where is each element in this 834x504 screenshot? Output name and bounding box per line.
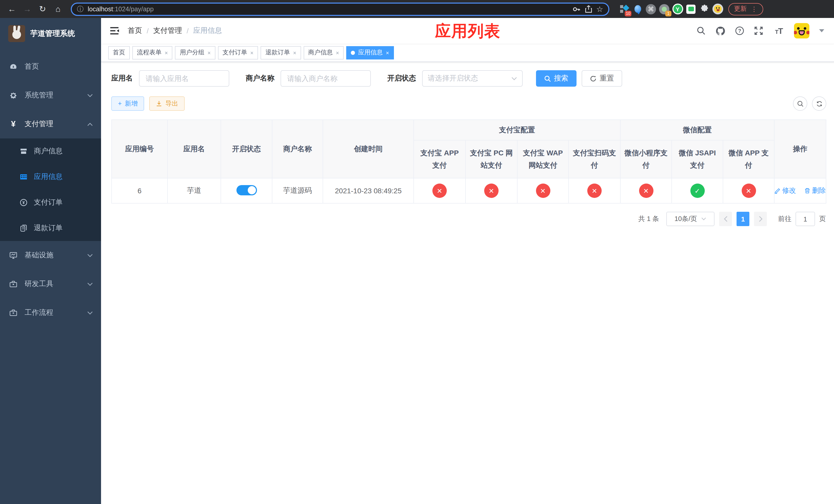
app-logo[interactable]: 芋道管理系统 <box>0 18 101 49</box>
sidebar-item-home[interactable]: 首页 <box>0 52 101 81</box>
sidebar-collapse-icon[interactable] <box>109 26 119 36</box>
extension-command-icon[interactable]: ⌘ <box>645 3 657 15</box>
help-icon[interactable]: ? <box>735 26 744 36</box>
fullscreen-icon[interactable] <box>754 26 763 36</box>
monitor-chart-icon <box>9 251 18 259</box>
sidebar-item-app-info[interactable]: 应用信息 <box>0 164 101 190</box>
tag-merchant-info[interactable]: 商户信息× <box>304 46 344 59</box>
filter-form: 应用名 商户名称 开启状态 请选择开启状态 搜索 重置 <box>111 70 826 87</box>
merchant-name-input[interactable] <box>281 70 371 87</box>
col-group-wechat: 微信配置 <box>620 120 774 140</box>
github-icon[interactable] <box>716 26 725 36</box>
dashboard-icon <box>9 63 18 71</box>
tag-process-form[interactable]: 流程表单× <box>132 46 173 59</box>
extension-chat-icon[interactable] <box>685 3 697 15</box>
password-key-icon[interactable] <box>572 5 580 13</box>
export-button[interactable]: 导出 <box>150 96 185 111</box>
chevron-down-icon <box>87 311 93 315</box>
tag-pay-orders[interactable]: 支付订单× <box>218 46 258 59</box>
browser-window: ← → ↻ ⌂ ⓘ localhost:1024/pay/app ☆ 10 <box>0 0 834 504</box>
extension-recorder-icon[interactable]: 1 <box>659 3 670 15</box>
extension-y-icon[interactable]: Y <box>672 3 683 15</box>
reload-icon[interactable]: ↻ <box>36 2 49 16</box>
refresh-table-button[interactable] <box>812 96 826 111</box>
app-name-input[interactable] <box>139 70 229 87</box>
extension-balloon-icon[interactable] <box>632 3 643 15</box>
close-icon[interactable]: × <box>164 49 168 55</box>
tag-app-info-active[interactable]: 应用信息× <box>346 46 394 59</box>
search-icon[interactable] <box>697 26 706 36</box>
profile-avatar-icon[interactable] <box>712 3 723 15</box>
page-number-button[interactable]: 1 <box>737 212 749 226</box>
chevron-down-icon <box>701 217 706 221</box>
app-table: 应用编号 应用名 开启状态 商户名称 创建时间 支付宝配置 微信配置 操作 支付… <box>111 119 826 204</box>
table-toolbar: + 新增 导出 <box>111 96 826 111</box>
cell-alipay-app: ✕ <box>414 178 465 203</box>
user-avatar[interactable] <box>794 23 809 39</box>
cell-wechat-jsapi: ✓ <box>672 178 723 203</box>
search-icon <box>797 100 804 107</box>
back-icon[interactable]: ← <box>5 2 19 16</box>
forward-icon[interactable]: → <box>21 2 34 16</box>
svg-text:¥: ¥ <box>23 201 25 205</box>
tag-user-group[interactable]: 用户分组× <box>175 46 215 59</box>
tag-refund-orders[interactable]: 退款订单× <box>261 46 301 59</box>
gear-icon <box>9 91 18 99</box>
cell-alipay-wap: ✕ <box>517 178 569 203</box>
sidebar-item-system[interactable]: 系统管理 <box>0 81 101 110</box>
site-info-icon[interactable]: ⓘ <box>77 4 84 14</box>
reset-button[interactable]: 重置 <box>581 70 622 87</box>
status-cross-icon: ✕ <box>432 184 447 198</box>
prev-page-button[interactable] <box>719 212 732 226</box>
sidebar-item-infrastructure[interactable]: 基础设施 <box>0 241 101 270</box>
chevron-down-icon <box>87 94 93 97</box>
close-icon[interactable]: × <box>336 49 339 55</box>
extension-badge: 10 <box>625 10 631 16</box>
close-icon[interactable]: × <box>207 49 211 55</box>
goto-page-input[interactable] <box>795 212 815 226</box>
sidebar-item-pay-orders[interactable]: ¥ 支付订单 <box>0 190 101 215</box>
status-cross-icon: ✕ <box>484 184 499 198</box>
status-toggle[interactable] <box>236 185 257 195</box>
close-icon[interactable]: × <box>250 49 254 55</box>
tag-home[interactable]: 首页 <box>108 46 130 59</box>
browser-update-button[interactable]: 更新 ⋮ <box>728 3 763 15</box>
active-dot-icon <box>351 50 355 54</box>
sidebar-item-workflow[interactable]: 工作流程 <box>0 298 101 327</box>
page-container: 应用名 商户名称 开启状态 请选择开启状态 搜索 重置 <box>101 62 834 504</box>
breadcrumb-home[interactable]: 首页 <box>128 26 142 36</box>
col-wechat-mini: 微信小程序支付 <box>620 140 672 178</box>
pagination: 共 1 条 10条/页 1 前往 页 <box>111 212 826 226</box>
close-icon[interactable]: × <box>386 49 389 55</box>
close-icon[interactable]: × <box>293 49 297 55</box>
cell-actions: 修改 删除 <box>774 178 826 203</box>
page-size-select[interactable]: 10条/页 <box>666 212 715 226</box>
bookmark-star-icon[interactable]: ☆ <box>596 4 603 14</box>
status-cross-icon: ✕ <box>536 184 550 198</box>
search-button[interactable]: 搜索 <box>536 70 576 87</box>
extensions-puzzle-icon[interactable] <box>699 3 710 15</box>
status-select[interactable]: 请选择开启状态 <box>422 70 523 87</box>
refresh-icon <box>590 75 596 82</box>
toggle-search-button[interactable] <box>793 96 807 111</box>
sidebar-item-payment[interactable]: ¥ 支付管理 <box>0 110 101 138</box>
add-button[interactable]: + 新增 <box>111 96 145 111</box>
address-bar[interactable]: ⓘ localhost:1024/pay/app ☆ <box>71 2 609 16</box>
payment-submenu: 商户信息 应用信息 ¥ 支付订单 退款订单 <box>0 138 101 241</box>
sidebar-item-dev-tools[interactable]: 研发工具 <box>0 270 101 298</box>
delete-link[interactable]: 删除 <box>804 186 826 196</box>
avatar-caret-icon[interactable] <box>819 29 824 32</box>
yen-icon: ¥ <box>9 119 18 129</box>
sidebar-item-refund-orders[interactable]: 退款订单 <box>0 215 101 241</box>
browser-menu-dots-icon[interactable]: ⋮ <box>751 5 757 13</box>
home-icon[interactable]: ⌂ <box>51 2 65 16</box>
font-size-icon[interactable]: TT <box>773 26 784 36</box>
extension-pieces-icon[interactable]: 10 <box>619 3 630 15</box>
next-page-button[interactable] <box>754 212 767 226</box>
plus-icon: + <box>118 100 122 107</box>
share-icon[interactable] <box>585 5 592 13</box>
sidebar-item-merchant-info[interactable]: 商户信息 <box>0 138 101 164</box>
edit-link[interactable]: 修改 <box>774 186 796 196</box>
sidebar-menu: 首页 系统管理 ¥ 支付管理 商户信息 <box>0 52 101 327</box>
cell-wechat-app: ✕ <box>723 178 774 203</box>
